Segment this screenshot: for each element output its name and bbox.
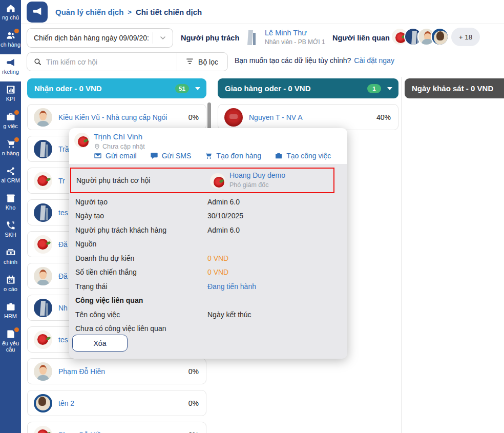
delete-button[interactable]: Xóa [72, 335, 128, 352]
opportunity-name: Phạm Đỗ Hiền [58, 367, 188, 376]
detail-row: Doanh thu dự kiến 0 VND [69, 254, 347, 265]
setup-now-link[interactable]: Cài đặt ngay [354, 56, 394, 65]
column-count-badge: 51 [175, 84, 189, 93]
opportunity-assignee-row-highlighted[interactable]: Người phụ trách cơ hội Hoang Duy demo Ph… [70, 168, 334, 193]
sidebar-item-label: n hàng [2, 151, 19, 157]
detail-label: Ngày tạo [75, 212, 104, 220]
briefcase-icon [6, 112, 16, 122]
related-people-more-badge[interactable]: + 18 [451, 28, 480, 46]
related-people-label: Người liên quan [332, 34, 390, 42]
sidebar-item-label: g việc [3, 123, 18, 130]
sidebar-item-sales[interactable]: n hàng [0, 136, 21, 163]
notification-dot [14, 137, 19, 142]
document-icon [6, 329, 16, 339]
topbar: Quản lý chiến dịch > Chi tiết chiến dịch [21, 0, 504, 24]
sidebar-item-label: ch hàng [1, 42, 20, 48]
column-header-ngay-khao-sat[interactable]: Ngày khảo sát - 0 VND [405, 78, 504, 98]
sidebar-item-finance[interactable]: chính [0, 244, 21, 272]
detail-row: Người phụ trách khách hàng Admin 6.0 [69, 226, 347, 237]
end-date-column-header: Ngày kết thúc [207, 311, 251, 319]
opportunity-percent: 0% [188, 431, 199, 433]
avatar [34, 172, 52, 190]
sidebar-item-tasks[interactable]: g việc [0, 109, 21, 136]
campaign-app-icon[interactable] [27, 2, 48, 23]
assignee-label: Người phụ trách [181, 34, 239, 42]
send-sms-button[interactable]: Gửi SMS [150, 152, 192, 160]
detail-label: Trạng thái [75, 282, 108, 291]
contact-address-text: Chưa cập nhật [102, 143, 145, 150]
chevron-down-icon[interactable] [387, 87, 392, 90]
chevron-down-icon[interactable] [195, 87, 200, 90]
chevron-down-icon [153, 34, 173, 42]
contact-name-link[interactable]: Trịnh Chí Vinh [94, 132, 142, 141]
sidebar-item-marketing[interactable]: rketing [0, 54, 21, 81]
app-window: ng chủ ch hàng rketing KPI g việc n hàng… [0, 0, 504, 433]
assignee-name-link[interactable]: Lê Minh Thư [265, 29, 307, 37]
phone-icon [6, 220, 16, 231]
detail-value[interactable]: Đang tiến hành [207, 282, 256, 291]
opportunity-card[interactable]: Phạm Đỗ Hiền 0% [27, 358, 206, 384]
campaign-select-dropdown[interactable]: Chiến dịch bán hàng ngày 09/09/20: [27, 28, 173, 48]
customers-icon [6, 30, 16, 40]
search-input[interactable] [46, 58, 177, 66]
opportunity-card[interactable]: Nguyen T - NV A 40% [218, 104, 398, 130]
assignee-name-link[interactable]: Hoang Duy demo [229, 171, 285, 179]
contact-avatar [74, 133, 90, 148]
filter-icon [185, 57, 194, 67]
breadcrumb: Quản lý chiến dịch > Chi tiết chiến dịch [55, 0, 202, 24]
detail-label: Người phụ trách khách hàng [75, 226, 166, 234]
campaign-header-row: Chiến dịch bán hàng ngày 09/09/20: Người… [21, 24, 504, 51]
detail-label: Nguồn [75, 240, 96, 248]
avatar [34, 394, 52, 413]
popup-contact-section: Trịnh Chí Vinh Chưa cập nhật Gửi email G… [69, 128, 347, 164]
calendar-icon [6, 275, 16, 285]
custom-hint-text: Bạn muốn tạo các dữ liệu tùy chỉnh? [235, 56, 351, 65]
detail-value: Admin 6.0 [207, 198, 240, 206]
megaphone-icon [32, 6, 43, 19]
toolbar-row: Bộ lọc Bạn muốn tạo các dữ liệu tùy chỉn… [21, 51, 504, 73]
sidebar-item-request-ticket[interactable]: ếu yêu cầu [0, 326, 21, 353]
assignee-role: Phó giám đốc [229, 181, 268, 189]
task-name-column-header: Tên công việc [75, 311, 120, 319]
sidebar-item-label: o cáo [4, 286, 17, 293]
sidebar-item-home[interactable]: ng chủ [0, 0, 21, 27]
create-task-button[interactable]: Tạo công việc [275, 152, 331, 160]
sidebar-item-label: al CRM [1, 178, 20, 184]
notification-dot [14, 110, 19, 115]
detail-value: 30/10/2025 [207, 212, 243, 220]
avatar [34, 108, 52, 127]
column-count-badge: 1 [367, 84, 381, 93]
avatar [34, 235, 52, 254]
opportunity-card[interactable]: tên 2 0% [27, 390, 206, 416]
related-tasks-header-row: Tên công việc Ngày kết thúc [69, 311, 347, 322]
filter-button[interactable]: Bộ lọc [177, 53, 227, 71]
send-email-label: Gửi email [106, 152, 137, 160]
sidebar-item-label: ng chủ [2, 15, 19, 21]
opportunity-percent: 0% [188, 367, 199, 376]
opportunity-assignee-label: Người phụ trách cơ hội [76, 176, 333, 184]
sidebar-item-cskh[interactable]: SKH [0, 217, 21, 244]
badge-icon [6, 302, 16, 312]
contact-address: Chưa cập nhật [94, 143, 145, 150]
sidebar-item-reports[interactable]: o cáo [0, 272, 21, 299]
sidebar-item-hrm[interactable]: HRM [0, 299, 21, 326]
column-header-nhan-oder[interactable]: Nhận oder - 0 VND 51 [27, 78, 206, 98]
opportunity-card[interactable]: Kiều Kiến Vũ - Nhà cung cấp Ngói 0% [27, 104, 206, 130]
sidebar-nav: ng chủ ch hàng rketing KPI g việc n hàng… [0, 0, 21, 433]
opportunity-card[interactable]: Phạm Đỗ Hiền 0% [27, 422, 206, 433]
filter-button-label: Bộ lọc [198, 58, 218, 66]
send-email-button[interactable]: Gửi email [94, 152, 137, 160]
create-order-button[interactable]: Tạo đơn hàng [204, 152, 261, 160]
sidebar-item-customers[interactable]: ch hàng [0, 27, 21, 54]
breadcrumb-parent-link[interactable]: Quản lý chiến dịch [55, 8, 123, 16]
sidebar-item-kpi[interactable]: KPI [0, 81, 21, 109]
related-tasks-section-title: Công việc liên quan [75, 296, 143, 304]
campaign-select-value: Chiến dịch bán hàng ngày 09/09/20: [27, 34, 153, 42]
avatar[interactable] [431, 28, 449, 46]
opportunity-name: Phạm Đỗ Hiền [58, 431, 188, 433]
sidebar-item-warehouse[interactable]: Kho [0, 190, 21, 217]
sidebar-item-social-crm[interactable]: al CRM [0, 163, 21, 190]
search-filter-box: Bộ lọc [27, 52, 228, 71]
column-header-giao-hang-oder[interactable]: Giao hàng oder - 0 VND 1 [218, 78, 398, 98]
assignee-role: Nhân viên - PB MỚI 1 [265, 38, 325, 46]
